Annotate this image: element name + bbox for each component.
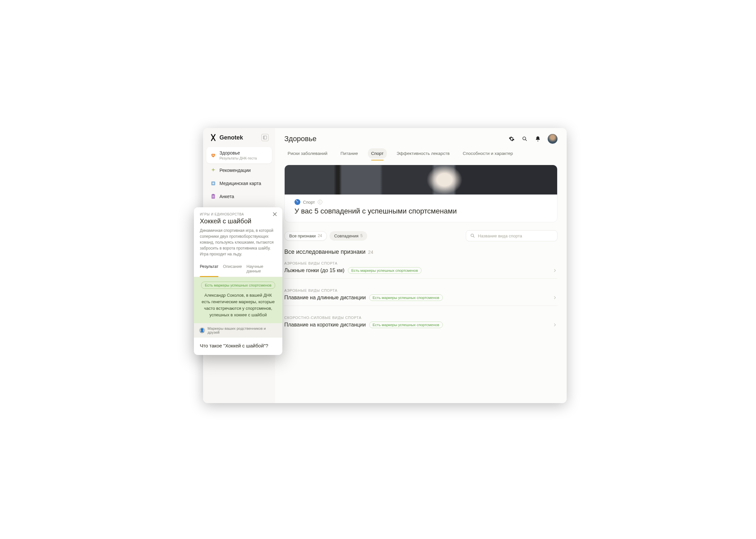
detail-title: Хоккей с шайбой [200, 217, 277, 225]
marker-badge: Есть маркеры успешных спортсменов [369, 294, 443, 301]
sidebar-collapse-button[interactable] [261, 134, 269, 141]
search-input-wrapper[interactable] [466, 230, 557, 241]
sport-name: Плавание на короткие дистанции [284, 322, 366, 328]
panel-icon [263, 135, 267, 139]
chip-count: 24 [318, 233, 322, 238]
sidebar-item-recommendations[interactable]: Рекомендации [207, 164, 272, 177]
info-icon[interactable]: i [318, 200, 322, 204]
tab-abilities[interactable]: Способности и характер [460, 148, 516, 159]
tab-nutrition[interactable]: Питание [337, 148, 361, 159]
filter-chip-all[interactable]: Все признаки 24 [284, 231, 327, 241]
tab-label: Описание [223, 264, 242, 269]
sidebar-item-label: Анкета [219, 194, 234, 199]
search-icon [522, 136, 528, 142]
hero-category: Спорт [303, 200, 315, 205]
tab-label: Научные данные [246, 264, 263, 273]
sidebar-item-medical-card[interactable]: Медицинская карта [207, 177, 272, 190]
tab-label: Результат [200, 264, 218, 269]
sidebar-item-label: Медицинская карта [219, 181, 261, 186]
bell-icon [535, 136, 541, 142]
clipboard-icon [210, 193, 216, 199]
tabs: Риски заболеваний Питание Спорт Эффектив… [275, 145, 567, 159]
close-button[interactable] [272, 211, 278, 217]
sport-category: СКОРОСТНО-СИЛОВЫЕ ВИДЫ СПОРТА [284, 316, 557, 320]
sport-category-icon [294, 199, 300, 205]
detail-result-panel: Есть маркеры успешных спортсменов Алекса… [194, 277, 282, 323]
hero-image [285, 165, 557, 194]
person-icon: 👤 [199, 328, 205, 333]
search-icon [470, 233, 475, 238]
hero-card[interactable]: Спорт i У вас 5 совпадений с успешными с… [284, 165, 557, 222]
svg-rect-4 [212, 194, 214, 195]
detail-subheading: ИГРЫ И ЕДИНОБОРСТВА [200, 212, 277, 216]
sidebar-item-health[interactable]: Здоровье Результаты ДНК-теста [207, 147, 272, 163]
medical-card-icon [210, 181, 216, 186]
sport-category: АЭРОБНЫЕ ВИДЫ СПОРТА [284, 261, 557, 265]
section-title: Все исследованные признаки [284, 249, 366, 256]
gear-icon [509, 136, 515, 142]
marker-badge: Есть маркеры успешных спортсменов [201, 282, 275, 289]
sport-name: Плавание на длинные дистанции [284, 295, 366, 301]
chevron-right-icon [552, 322, 557, 328]
chip-label: Совпадения [334, 233, 358, 238]
sidebar-item-survey[interactable]: Анкета [207, 190, 272, 203]
tab-label: Эффективность лекарств [397, 151, 450, 156]
sport-detail-card: ИГРЫ И ЕДИНОБОРСТВА Хоккей с шайбой Дина… [194, 207, 282, 355]
detail-tab-research[interactable]: Научные данные [246, 264, 277, 277]
svg-point-5 [523, 137, 526, 140]
brand-logo[interactable]: Genotek [210, 134, 243, 141]
marker-badge: Есть маркеры успешных спортсменов [369, 322, 443, 328]
tab-sport[interactable]: Спорт [368, 148, 387, 159]
settings-button[interactable] [508, 135, 515, 142]
hero-headline: У вас 5 совпадений с успешными спортсмен… [294, 207, 547, 215]
tab-label: Риски заболеваний [288, 151, 328, 156]
filter-chip-matches[interactable]: Совпадения 5 [329, 231, 367, 241]
svg-point-6 [471, 234, 474, 237]
sidebar-item-sublabel: Результаты ДНК-теста [219, 156, 257, 160]
notifications-button[interactable] [535, 135, 541, 142]
sidebar-item-label: Рекомендации [219, 168, 251, 173]
avatar[interactable] [548, 134, 557, 144]
sport-item[interactable]: АЭРОБНЫЕ ВИДЫ СПОРТА Плавание на длинные… [284, 288, 557, 306]
heart-icon [210, 152, 216, 158]
sidebar-item-label: Здоровье [219, 150, 257, 156]
sport-category: АЭРОБНЫЕ ВИДЫ СПОРТА [284, 288, 557, 292]
search-input[interactable] [478, 233, 553, 238]
chevron-right-icon [552, 295, 557, 300]
tab-label: Питание [341, 151, 358, 156]
brand-name: Genotek [219, 134, 243, 141]
svg-rect-1 [263, 136, 265, 139]
detail-tab-result[interactable]: Результат [200, 264, 218, 277]
sport-item[interactable]: АЭРОБНЫЕ ВИДЫ СПОРТА Лыжные гонки (до 15… [284, 261, 557, 279]
search-button[interactable] [522, 135, 528, 142]
detail-tab-description[interactable]: Описание [223, 264, 242, 277]
marker-badge: Есть маркеры успешных спортсменов [348, 267, 422, 274]
logo-icon [210, 134, 217, 141]
page-title: Здоровье [284, 135, 316, 143]
chip-count: 5 [360, 233, 363, 238]
tab-label: Спорт [371, 151, 383, 156]
sport-item[interactable]: СКОРОСТНО-СИЛОВЫЕ ВИДЫ СПОРТА Плавание н… [284, 316, 557, 333]
detail-question: Что такое "Хоккей с шайбой"? [194, 338, 282, 355]
chip-label: Все признаки [289, 233, 316, 238]
section-count: 24 [368, 250, 374, 255]
sparkle-icon [210, 167, 216, 173]
detail-description: Динамичная спортивная игра, в которой со… [200, 228, 277, 257]
tab-label: Способности и характер [463, 151, 513, 156]
detail-relatives-row[interactable]: 👤 Маркеры ваших родственников и друзей [194, 323, 282, 338]
detail-result-text: Александр Соколов, в вашей ДНК есть гене… [200, 292, 277, 319]
detail-relatives-label: Маркеры ваших родственников и друзей [208, 327, 277, 334]
chevron-right-icon [552, 268, 557, 273]
main-content: Здоровье Риски заболеваний Питание Спорт… [275, 128, 567, 403]
tab-drugs[interactable]: Эффективность лекарств [393, 148, 453, 159]
sport-name: Лыжные гонки (до 15 км) [284, 268, 345, 273]
tab-risks[interactable]: Риски заболеваний [284, 148, 331, 159]
